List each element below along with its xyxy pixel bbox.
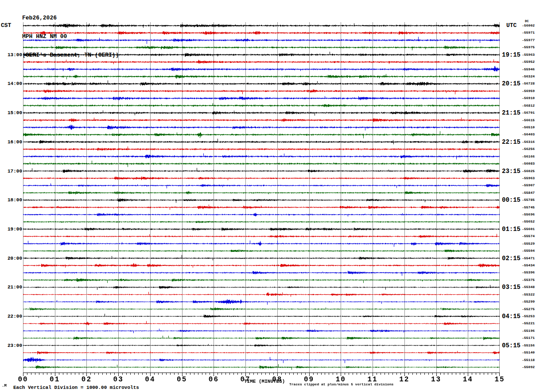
x-tick-label: 15 (490, 376, 509, 384)
dc-offset-value: -56959 (520, 89, 535, 93)
left-hour-label: 14:00 (0, 81, 22, 87)
x-tick-label: 03 (109, 376, 128, 384)
x-tick-label: 04 (140, 376, 160, 384)
dc-offset-value: -55375 (520, 278, 535, 282)
dc-offset-value: -55299 (520, 300, 535, 304)
dc-offset-value: -55118 (520, 358, 535, 362)
dc-offset-value: -55504 (520, 249, 535, 253)
dc-offset-value: -55907 (520, 183, 535, 188)
dc-offset-value: -55745 (520, 205, 535, 210)
right-hour-label: 21:15 (502, 109, 520, 116)
dc-offset-value: -56025 (520, 169, 535, 173)
watermark: .M (2, 384, 7, 388)
dc-offset-value: -55977 (520, 38, 535, 42)
dc-offset-value: -55253 (520, 314, 535, 319)
dc-offset-value: -55696 (520, 212, 535, 217)
dc-offset-value: -55574 (520, 234, 535, 238)
x-tick-label: 14 (458, 376, 478, 384)
left-hour-label: 18:00 (0, 197, 22, 203)
x-tick-label: 12 (395, 376, 414, 384)
dc-offset-value: -56812 (520, 104, 535, 108)
right-hour-label: 02:15 (502, 255, 520, 262)
right-hour-label: 23:15 (502, 168, 520, 175)
x-tick-label: 02 (77, 376, 96, 384)
dc-offset-value: -55847 (520, 191, 535, 195)
left-hour-label: 15:00 (0, 110, 22, 116)
dc-offset-value: -55963 (520, 53, 535, 57)
left-hour-label: 13:00 (0, 52, 22, 58)
dc-offset-value: -56701 (520, 111, 535, 115)
right-hour-label: 00:15 (502, 196, 520, 204)
left-hour-label: 16:00 (0, 139, 22, 145)
x-tick-label: 06 (204, 376, 223, 384)
x-axis-title: TIME (MINUTES) (244, 379, 285, 384)
dc-offset-value: -55348 (520, 285, 535, 289)
dc-offset-value: -55196 (520, 329, 535, 333)
right-hour-label: 01:15 (502, 226, 520, 233)
dc-offset-value: -56910 (520, 96, 535, 100)
dc-label: DC (525, 19, 528, 23)
dc-offset-value: -55434 (520, 263, 535, 268)
right-hour-label: 03:15 (502, 284, 520, 291)
dc-offset-value: -55652 (520, 219, 535, 224)
dc-offset-value: -55971 (520, 31, 535, 35)
dc-offset-value: -55471 (520, 256, 535, 261)
title-date: Feb26,2026 (22, 15, 119, 21)
x-tick-label: 01 (45, 376, 65, 384)
dc-offset-value: -55963 (520, 176, 535, 181)
dc-offset-value: -55140 (520, 350, 535, 355)
left-hour-label: 23:00 (0, 342, 22, 349)
dc-offset-value: -55601 (520, 227, 535, 231)
dc-offset-value: -55156 (520, 343, 535, 348)
right-hour-label: 04:15 (502, 313, 520, 320)
dc-offset-value: -55952 (520, 60, 535, 64)
dc-offset-value: -55946 (520, 67, 535, 72)
dc-offset-value: -56166 (520, 154, 535, 159)
dc-offset-value: -55322 (520, 292, 535, 297)
dc-offset-value: -55275 (520, 307, 535, 311)
right-hour-label: 05:15 (502, 342, 520, 349)
left-hour-label: 22:00 (0, 313, 22, 319)
dc-offset-value: -55092 (520, 365, 535, 369)
left-hour-label: 17:00 (0, 168, 22, 174)
dc-offset-value: -56403 (520, 132, 535, 137)
left-hour-label: 19:00 (0, 226, 22, 232)
dc-offset-value: -56615 (520, 118, 535, 123)
clip-note: Traces clipped at plus/minus 5 vertical … (289, 382, 393, 386)
dc-offset-value: -56256 (520, 147, 535, 151)
dc-offset-value: -56510 (520, 125, 535, 130)
x-tick-label: 05 (172, 376, 192, 384)
left-timezone-label: CST (1, 22, 11, 29)
dc-offset-value: -55171 (520, 336, 535, 340)
scale-note: Each Vertical Division = 1000.00 microvo… (13, 385, 139, 390)
right-hour-label: 22:15 (502, 138, 520, 146)
dc-offset-value: -56083 (520, 161, 535, 166)
dc-offset-value: -55396 (520, 270, 535, 275)
dc-offset-value: -56002 (520, 23, 535, 28)
right-hour-label: 19:15 (502, 51, 520, 58)
dc-offset-value: -56728 (520, 81, 535, 86)
dc-offset-value: -55221 (520, 321, 535, 326)
dc-offset-value: -55529 (520, 242, 535, 246)
right-timezone-label: UTC (506, 22, 517, 29)
x-tick-label: 00 (13, 376, 33, 384)
right-hour-label: 20:15 (502, 80, 520, 87)
dc-offset-value: -55785 (520, 198, 535, 202)
dc-offset-value: -56316 (520, 140, 535, 144)
helicorder-page: Feb26,2026 MPH HNZ NM 00 (CERI's Basemen… (0, 0, 536, 392)
dc-offset-value: -55975 (520, 45, 535, 50)
dc-offset-value: -56324 (520, 74, 535, 79)
left-hour-label: 21:00 (0, 284, 22, 290)
x-tick-label: 13 (427, 376, 446, 384)
seismogram-plot (23, 22, 500, 376)
left-hour-label: 20:00 (0, 255, 22, 261)
